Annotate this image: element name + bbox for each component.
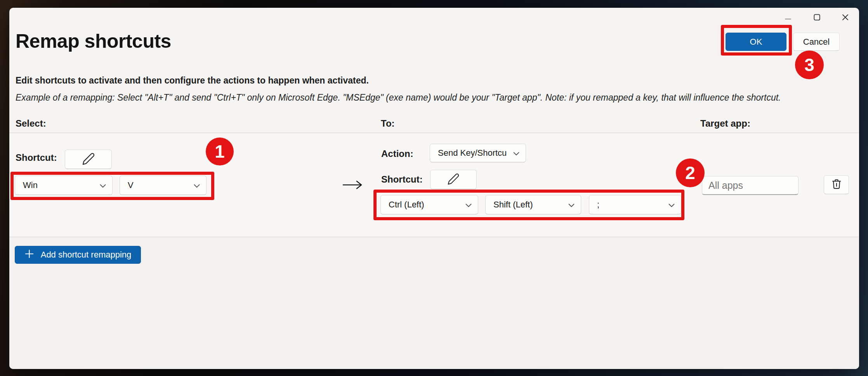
action-label: Action: xyxy=(381,148,413,159)
annotation-step-3-badge: 3 xyxy=(795,50,824,79)
annotation-box-step3 xyxy=(721,25,792,56)
select-shortcut-label: Shortcut: xyxy=(16,152,57,163)
close-button[interactable] xyxy=(836,11,854,25)
minimize-button[interactable] xyxy=(779,11,797,25)
column-header-select: Select: xyxy=(16,118,46,129)
add-shortcut-remapping-label: Add shortcut remapping xyxy=(41,250,132,260)
to-shortcut-edit-button[interactable] xyxy=(430,170,477,189)
header-divider xyxy=(9,132,859,133)
select-shortcut-edit-button[interactable] xyxy=(65,150,112,169)
row-divider xyxy=(9,237,859,237)
plus-icon xyxy=(24,249,34,261)
chevron-down-icon xyxy=(513,148,519,158)
annotation-box-step2 xyxy=(373,190,684,220)
desktop-backdrop: OK Cancel Remap shortcuts Edit shortcuts… xyxy=(0,0,868,376)
annotation-step-2-badge: 2 xyxy=(676,158,705,187)
column-header-to: To: xyxy=(381,118,395,129)
column-header-target-app: Target app: xyxy=(700,118,750,129)
arrow-right-icon xyxy=(342,179,363,190)
page-title: Remap shortcuts xyxy=(16,30,171,52)
add-shortcut-remapping-button[interactable]: Add shortcut remapping xyxy=(15,246,141,264)
pencil-icon xyxy=(447,173,460,186)
dialog-example-text: Example of a remapping: Select "Alt+T" a… xyxy=(16,92,781,103)
action-dropdown[interactable]: Send Key/Shortcu xyxy=(430,144,526,162)
maximize-button[interactable] xyxy=(808,11,826,25)
remap-shortcuts-dialog: OK Cancel Remap shortcuts Edit shortcuts… xyxy=(9,8,859,369)
close-icon xyxy=(842,14,849,22)
annotation-box-step1 xyxy=(10,172,214,200)
annotation-step-1-badge: 1 xyxy=(206,138,234,165)
pencil-icon xyxy=(82,152,95,167)
to-shortcut-label: Shortcut: xyxy=(381,174,423,185)
delete-remapping-button[interactable] xyxy=(824,175,849,194)
target-app-input[interactable] xyxy=(702,176,799,195)
trash-icon xyxy=(831,178,842,191)
dropdown-value: Send Key/Shortcu xyxy=(438,148,507,158)
maximize-icon xyxy=(814,14,820,22)
cancel-button[interactable]: Cancel xyxy=(793,33,840,51)
dialog-description: Edit shortcuts to activate and then conf… xyxy=(16,75,369,86)
minimize-icon xyxy=(785,14,791,21)
